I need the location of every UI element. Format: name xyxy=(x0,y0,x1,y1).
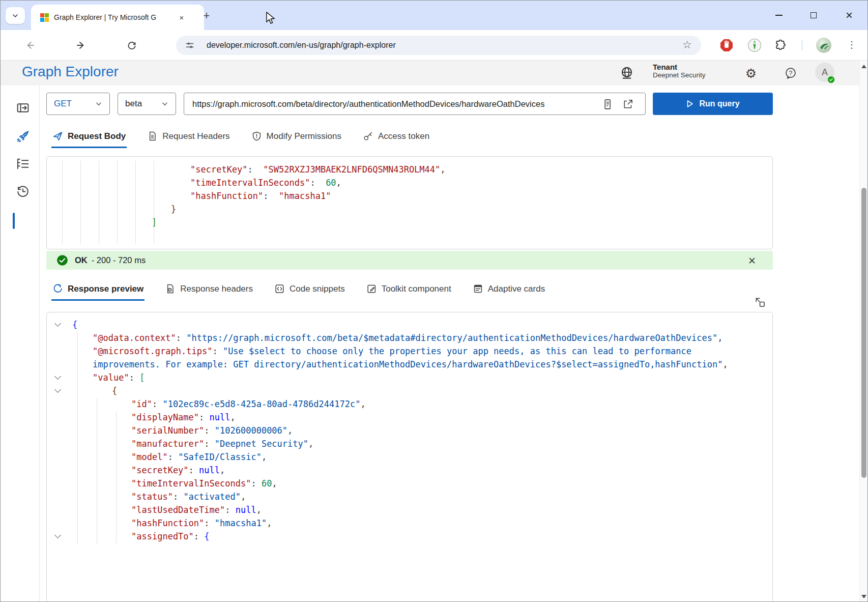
bookmark-star-icon[interactable]: ☆ xyxy=(682,39,692,51)
tab-search-button[interactable] xyxy=(6,7,25,24)
tab-modify-permissions[interactable]: Modify Permissions xyxy=(250,127,342,148)
scrollbar-thumb[interactable] xyxy=(861,188,866,478)
tab-label: Modify Permissions xyxy=(267,131,341,141)
tab-label: Code snippets xyxy=(290,284,345,294)
response-preview-icon xyxy=(52,283,63,294)
tenant-globe-icon xyxy=(617,64,636,83)
browser-toolbar: developer.microsoft.com/en-us/graph/grap… xyxy=(1,30,868,61)
scroll-down-icon[interactable] xyxy=(861,595,866,598)
response-preview-panel[interactable]: {"@odata.context": "https://graph.micros… xyxy=(46,312,773,602)
tenant-info: Tenant Deepnet Security xyxy=(653,63,706,79)
forward-arrow-icon xyxy=(76,40,86,50)
settings-gear-icon[interactable]: ⚙ xyxy=(741,64,761,83)
tab-access-token[interactable]: Access token xyxy=(362,127,430,148)
response-tab-bar: Response preview Response headers Code s… xyxy=(51,279,546,301)
page-scrollbar[interactable] xyxy=(859,61,867,602)
extensions-puzzle-icon[interactable] xyxy=(773,38,788,52)
browser-profile-avatar[interactable] xyxy=(816,38,831,53)
svg-text:?: ? xyxy=(789,70,793,77)
back-button[interactable] xyxy=(21,36,39,54)
microsoft-favicon xyxy=(40,13,49,22)
request-body-code: "secretKey": "SW52RXZJ3MBAEK2LNFD6QSMN43… xyxy=(47,157,772,229)
status-label: OK xyxy=(75,255,88,265)
request-tab-bar: Request Body Request Headers Modify Perm… xyxy=(51,127,430,148)
sidebar-toggle-button[interactable] xyxy=(15,100,31,116)
toolbar-divider xyxy=(802,40,802,50)
document-circle-icon xyxy=(165,283,176,294)
sidebar-item-sample-queries[interactable] xyxy=(15,128,31,145)
document-icon xyxy=(147,131,158,141)
green-extension-icon xyxy=(747,38,762,52)
request-body-editor[interactable]: "secretKey": "SW52RXZJ3MBAEK2LNFD6QSMN43… xyxy=(46,156,773,249)
success-check-icon xyxy=(56,254,68,266)
adaptive-card-icon xyxy=(473,283,483,294)
status-banner: OK - 200 - 720 ms ✕ xyxy=(46,251,773,270)
browser-menu-icon[interactable]: ⋮ xyxy=(844,37,859,52)
close-tab-icon[interactable]: × xyxy=(176,12,187,23)
version-select[interactable]: beta xyxy=(118,93,176,115)
expand-icon xyxy=(754,296,766,308)
puzzle-icon xyxy=(773,38,787,51)
request-url-value: https://graph.microsoft.com/beta/directo… xyxy=(192,99,544,109)
forward-button[interactable] xyxy=(72,36,90,54)
history-clock-icon xyxy=(16,184,30,198)
tab-label: Request Body xyxy=(68,131,126,141)
help-icon[interactable]: ? xyxy=(781,64,800,83)
share-query-icon[interactable] xyxy=(622,98,634,110)
avatar-initial: A xyxy=(822,67,828,78)
tab-label: Toolkit component xyxy=(382,284,451,294)
run-query-button[interactable]: Run query xyxy=(653,93,773,115)
graph-explorer-header: Graph Explorer Tenant Deepnet Security ⚙… xyxy=(1,61,860,85)
tab-request-headers[interactable]: Request Headers xyxy=(146,127,230,148)
tab-response-preview[interactable]: Response preview xyxy=(51,279,144,301)
method-value: GET xyxy=(54,99,72,109)
method-select[interactable]: GET xyxy=(46,93,110,115)
play-icon xyxy=(686,100,694,108)
browser-window: Graph Explorer | Try Microsoft G × + × d… xyxy=(0,0,868,602)
tab-label: Request Headers xyxy=(162,131,229,141)
url-bar[interactable]: developer.microsoft.com/en-us/graph/grap… xyxy=(176,36,701,55)
chevron-down-icon xyxy=(161,100,168,107)
tenant-name: Deepnet Security xyxy=(653,71,706,79)
browser-tab-strip: Graph Explorer | Try Microsoft G × + × xyxy=(1,1,868,30)
sidebar-item-history[interactable] xyxy=(15,183,31,199)
back-arrow-icon xyxy=(25,40,35,50)
resources-list-icon xyxy=(16,157,30,171)
version-value: beta xyxy=(125,99,142,109)
close-status-icon[interactable]: ✕ xyxy=(745,254,759,267)
tab-code-snippets[interactable]: Code snippets xyxy=(273,279,346,301)
extension-icon[interactable] xyxy=(747,38,762,52)
reload-icon xyxy=(127,40,137,50)
page-title: Graph Explorer xyxy=(22,64,119,80)
browser-tab[interactable]: Graph Explorer | Try Microsoft G × xyxy=(31,5,204,30)
request-url-input[interactable]: https://graph.microsoft.com/beta/directo… xyxy=(184,93,646,115)
response-preview-code: {"@odata.context": "https://graph.micros… xyxy=(47,312,772,543)
sidebar-toggle-icon xyxy=(16,101,30,115)
scroll-up-icon[interactable] xyxy=(861,65,866,68)
site-settings-icon[interactable] xyxy=(184,40,195,51)
code-brackets-icon xyxy=(274,283,285,294)
tab-label: Response preview xyxy=(68,284,143,294)
copy-request-icon[interactable] xyxy=(601,98,614,110)
url-text[interactable]: developer.microsoft.com/en-us/graph/grap… xyxy=(207,41,396,50)
stop-hand-icon xyxy=(719,38,734,52)
toolkit-pencil-icon xyxy=(366,283,377,294)
expand-response-button[interactable] xyxy=(753,295,768,310)
sidebar-item-resources[interactable] xyxy=(15,156,31,172)
maximize-button[interactable] xyxy=(798,1,829,30)
tab-response-headers[interactable]: Response headers xyxy=(164,279,254,301)
new-tab-button[interactable]: + xyxy=(199,8,214,23)
tab-toolkit-component[interactable]: Toolkit component xyxy=(365,279,452,301)
minimize-button[interactable] xyxy=(763,1,795,30)
close-button[interactable]: × xyxy=(833,1,865,30)
avatar-art xyxy=(816,38,831,53)
reload-button[interactable] xyxy=(123,36,141,54)
sidebar-rail xyxy=(1,85,40,602)
chevron-down-icon xyxy=(12,12,19,19)
adblock-extension-icon[interactable] xyxy=(719,38,734,52)
tab-adaptive-cards[interactable]: Adaptive cards xyxy=(472,279,546,301)
shield-icon xyxy=(251,131,262,141)
chevron-down-icon xyxy=(95,100,102,107)
send-icon xyxy=(52,131,63,141)
tab-request-body[interactable]: Request Body xyxy=(51,127,127,148)
